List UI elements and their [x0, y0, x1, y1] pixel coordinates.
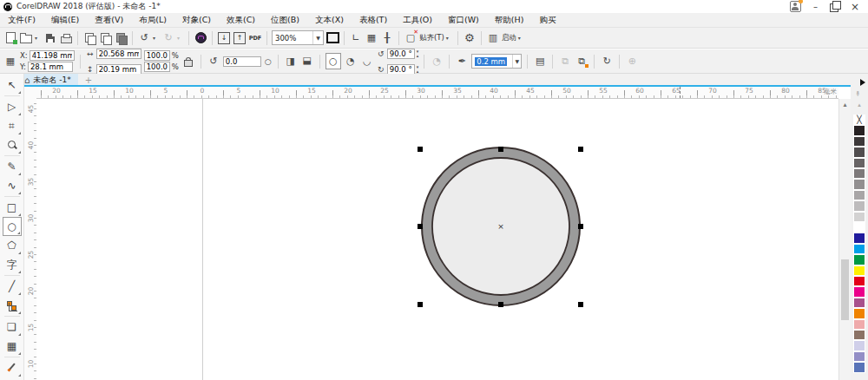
- selection-handle-bottom-right[interactable]: [578, 302, 583, 307]
- ellipse-tool[interactable]: ○: [3, 217, 22, 236]
- scale-h-input[interactable]: [144, 50, 170, 61]
- color-swatch[interactable]: [853, 158, 865, 168]
- color-swatch[interactable]: [853, 319, 865, 330]
- pattern-fill-tool[interactable]: ▦: [3, 337, 22, 356]
- color-swatch[interactable]: [853, 233, 865, 243]
- link-button[interactable]: ⧉: [558, 54, 572, 69]
- color-swatch[interactable]: [853, 147, 865, 157]
- copy-button[interactable]: [98, 30, 112, 45]
- menu-item[interactable]: 工具(O): [395, 13, 440, 27]
- color-swatch[interactable]: [853, 276, 865, 286]
- color-swatch[interactable]: [853, 190, 865, 200]
- menu-item[interactable]: 布局(L): [131, 13, 174, 27]
- paste-button[interactable]: [114, 30, 128, 45]
- undo-button[interactable]: ↺: [137, 30, 151, 45]
- menu-item[interactable]: 购买: [531, 13, 563, 27]
- mirror-horizontal-button[interactable]: ◨: [284, 54, 298, 69]
- selection-handle-mid-left[interactable]: [418, 224, 423, 229]
- dimension-tool[interactable]: ╱: [3, 277, 22, 296]
- export-button[interactable]: ↑: [233, 30, 247, 45]
- launch-label[interactable]: 启动: [502, 33, 516, 43]
- wrap-text-button[interactable]: ▤: [533, 54, 547, 69]
- color-swatch[interactable]: [853, 308, 865, 318]
- ruler-origin-corner[interactable]: [24, 87, 37, 99]
- color-swatch[interactable]: [853, 179, 865, 189]
- palette-eyedropper-icon[interactable]: ✒: [853, 90, 862, 97]
- palette-scroll-up[interactable]: ▴: [851, 102, 868, 108]
- selection-handle-top-left[interactable]: [418, 147, 423, 152]
- new-document-tab-button[interactable]: +: [78, 75, 99, 85]
- save-button[interactable]: [43, 30, 57, 45]
- color-swatch[interactable]: [853, 286, 865, 297]
- horizontal-ruler[interactable]: 毫米 2015105051015202530354045505560657075…: [36, 87, 838, 99]
- start-angle-spinner[interactable]: ▾▴: [417, 49, 419, 58]
- eyedropper-tool[interactable]: [3, 358, 22, 377]
- convert-to-curves-button[interactable]: ↻: [600, 54, 614, 69]
- open-dropdown[interactable]: ▾: [35, 35, 42, 41]
- color-swatch[interactable]: [853, 298, 865, 308]
- palette-flyout-arrow[interactable]: [860, 79, 865, 86]
- show-guidelines-button[interactable]: ╂: [380, 30, 394, 45]
- redo-dropdown[interactable]: ▾: [177, 35, 184, 41]
- launch-dropdown[interactable]: ▾: [518, 35, 525, 41]
- drawing-canvas[interactable]: ×: [36, 99, 838, 380]
- publish-pdf-button[interactable]: PDF: [248, 30, 262, 45]
- color-swatch[interactable]: [853, 200, 865, 211]
- menu-item[interactable]: 效果(C): [219, 13, 263, 27]
- add-plus-button[interactable]: ⊕: [625, 54, 639, 69]
- pie-mode-button[interactable]: ◔: [344, 54, 358, 69]
- scroll-up-arrow[interactable]: ▴: [839, 101, 851, 108]
- color-swatch[interactable]: [853, 362, 865, 372]
- start-angle-input[interactable]: [387, 49, 415, 59]
- y-position-input[interactable]: [28, 62, 73, 72]
- color-swatch[interactable]: [853, 330, 865, 340]
- color-swatch[interactable]: [853, 222, 865, 233]
- print-button[interactable]: [59, 30, 73, 45]
- zoom-level-dropdown[interactable]: ▼: [312, 31, 323, 44]
- restore-button[interactable]: [830, 3, 838, 12]
- menu-item[interactable]: 编辑(E): [43, 13, 87, 27]
- menu-item[interactable]: 位图(B): [263, 13, 307, 27]
- color-swatch[interactable]: [853, 244, 865, 254]
- lock-ratio-button[interactable]: [181, 54, 195, 69]
- cut-button[interactable]: [82, 30, 96, 45]
- arc-mode-button[interactable]: ◡: [360, 54, 374, 69]
- no-color-swatch[interactable]: ╳: [853, 115, 865, 125]
- selection-handle-bottom-mid[interactable]: [498, 302, 503, 307]
- import-button[interactable]: ↓: [217, 30, 231, 45]
- shape-tool[interactable]: ▷: [3, 97, 22, 116]
- menu-item[interactable]: 文件(F): [0, 13, 43, 27]
- mirror-vertical-button[interactable]: ◨: [299, 55, 314, 69]
- minimize-button[interactable]: –: [813, 3, 818, 11]
- snap-to-dropdown[interactable]: ▾: [446, 35, 453, 41]
- connector-tool[interactable]: [3, 296, 22, 315]
- show-grid-button[interactable]: ▦: [365, 30, 378, 45]
- undo-dropdown[interactable]: ▾: [153, 35, 160, 41]
- color-swatch[interactable]: [853, 125, 865, 135]
- menu-item[interactable]: 查看(V): [87, 13, 131, 27]
- options-button[interactable]: ⚙: [463, 30, 477, 45]
- color-swatch[interactable]: [853, 212, 865, 222]
- artistic-media-tool[interactable]: ∿: [3, 176, 22, 195]
- color-swatch[interactable]: [853, 265, 865, 276]
- redo-button[interactable]: ↻: [161, 30, 175, 45]
- menu-item[interactable]: 帮助(H): [487, 13, 532, 27]
- outline-width-combo[interactable]: 0.2 mm ▼: [471, 54, 522, 69]
- color-swatch[interactable]: [853, 351, 865, 362]
- pick-tool[interactable]: ↖: [3, 75, 22, 95]
- open-button[interactable]: [19, 30, 33, 45]
- color-swatch[interactable]: [853, 340, 865, 351]
- color-swatch[interactable]: [853, 136, 865, 147]
- object-height-input[interactable]: [96, 64, 141, 75]
- menu-item[interactable]: 文本(X): [307, 13, 352, 27]
- user-account-icon[interactable]: [790, 1, 801, 12]
- end-angle-spinner[interactable]: ▾▴: [417, 65, 419, 74]
- change-direction-button[interactable]: ◔: [430, 54, 444, 69]
- welcome-screen-button[interactable]: [194, 30, 207, 45]
- ellipse-mode-button[interactable]: ○: [326, 53, 341, 69]
- x-position-input[interactable]: [30, 50, 75, 61]
- selection-handle-bottom-left[interactable]: [418, 302, 423, 307]
- object-center-mark[interactable]: ×: [497, 222, 504, 231]
- new-document-button[interactable]: [3, 30, 17, 45]
- snap-off-button[interactable]: ▢✕: [404, 30, 418, 45]
